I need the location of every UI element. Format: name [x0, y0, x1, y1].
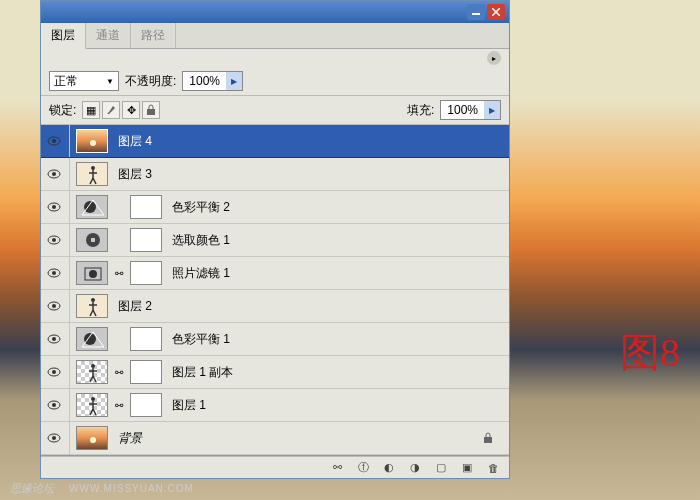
svg-point-29 — [52, 337, 56, 341]
minimize-icon — [472, 8, 480, 16]
new-layer-button[interactable]: ▣ — [457, 460, 477, 476]
svg-point-27 — [91, 298, 95, 302]
eye-icon — [47, 136, 61, 146]
visibility-toggle[interactable] — [43, 301, 65, 311]
layer-mask-thumbnail[interactable] — [130, 261, 162, 285]
link-mask-icon[interactable] — [112, 332, 126, 346]
layer-thumbnail[interactable] — [76, 327, 108, 351]
lock-all-button[interactable] — [142, 101, 160, 119]
layer-name[interactable]: 色彩平衡 2 — [166, 199, 507, 216]
layer-name[interactable]: 色彩平衡 1 — [166, 331, 507, 348]
layer-mask-thumbnail[interactable] — [130, 228, 162, 252]
eye-icon — [47, 301, 61, 311]
opacity-flyout-icon[interactable]: ▶ — [226, 72, 242, 90]
lock-pixels-button[interactable] — [102, 101, 120, 119]
layer-name[interactable]: 图层 1 副本 — [166, 364, 507, 381]
svg-point-9 — [91, 166, 95, 170]
layer-name[interactable]: 照片滤镜 1 — [166, 265, 507, 282]
lock-transparency-button[interactable]: ▦ — [82, 101, 100, 119]
eye-icon — [47, 367, 61, 377]
svg-point-20 — [52, 271, 56, 275]
visibility-toggle[interactable] — [43, 334, 65, 344]
fill-label: 填充: — [407, 102, 434, 119]
new-group-button[interactable]: ▢ — [431, 460, 451, 476]
adjustment-layer-button[interactable]: ◑ — [405, 460, 425, 476]
layer-thumbnail[interactable] — [76, 294, 108, 318]
lock-label: 锁定: — [49, 102, 76, 119]
tab-paths[interactable]: 路径 — [131, 23, 176, 48]
visibility-toggle[interactable] — [43, 136, 65, 146]
visibility-toggle[interactable] — [43, 169, 65, 179]
layer-row[interactable]: 色彩平衡 1 — [41, 323, 509, 356]
visibility-toggle[interactable] — [43, 367, 65, 377]
eye-icon — [47, 433, 61, 443]
layer-thumbnail[interactable] — [76, 195, 108, 219]
layer-row[interactable]: ⚯图层 1 — [41, 389, 509, 422]
layer-mask-thumbnail[interactable] — [130, 195, 162, 219]
opacity-label: 不透明度: — [125, 73, 176, 90]
delete-layer-button[interactable]: 🗑 — [483, 460, 503, 476]
lock-icon — [483, 432, 497, 444]
link-mask-icon[interactable] — [112, 233, 126, 247]
fill-flyout-icon[interactable]: ▶ — [484, 101, 500, 119]
visibility-toggle[interactable] — [43, 268, 65, 278]
layer-row[interactable]: 背景 — [41, 422, 509, 455]
svg-point-13 — [84, 201, 96, 213]
layer-row[interactable]: ⚯照片滤镜 1 — [41, 257, 509, 290]
link-mask-icon[interactable]: ⚯ — [112, 398, 126, 412]
tab-layers[interactable]: 图层 — [41, 23, 86, 49]
layer-name[interactable]: 背景 — [112, 430, 479, 447]
layer-thumbnail[interactable] — [76, 162, 108, 186]
layer-mask-thumbnail[interactable] — [130, 393, 162, 417]
layer-list: 图层 4图层 3色彩平衡 2选取颜色 1⚯照片滤镜 1图层 2色彩平衡 1⚯图层… — [41, 125, 509, 456]
watermark: 思缘论坛 WWW.MISSYUAN.COM — [10, 481, 194, 496]
layer-name[interactable]: 图层 1 — [166, 397, 507, 414]
layer-mask-thumbnail[interactable] — [130, 360, 162, 384]
visibility-toggle[interactable] — [43, 202, 65, 212]
lock-position-button[interactable]: ✥ — [122, 101, 140, 119]
layer-row[interactable]: 图层 2 — [41, 290, 509, 323]
layer-row[interactable]: 图层 3 — [41, 158, 509, 191]
minimize-button[interactable] — [467, 4, 485, 20]
lock-icon — [146, 104, 156, 116]
svg-point-25 — [52, 304, 56, 308]
visibility-toggle[interactable] — [43, 433, 65, 443]
layer-thumbnail[interactable] — [76, 360, 108, 384]
layer-thumbnail[interactable] — [76, 426, 108, 450]
close-button[interactable] — [487, 4, 505, 20]
opacity-input[interactable]: 100% ▶ — [182, 71, 243, 91]
layer-row[interactable]: 选取颜色 1 — [41, 224, 509, 257]
svg-rect-0 — [472, 13, 480, 15]
panel-titlebar — [41, 1, 509, 23]
layer-name[interactable]: 图层 2 — [112, 298, 507, 315]
svg-rect-1 — [147, 109, 155, 115]
layer-name[interactable]: 图层 4 — [112, 133, 507, 150]
layer-row[interactable]: 图层 4 — [41, 125, 509, 158]
link-mask-icon[interactable]: ⚯ — [112, 365, 126, 379]
panel-menu-button[interactable]: ▸ — [487, 51, 501, 65]
link-mask-icon[interactable] — [112, 200, 126, 214]
link-layers-button[interactable]: ⚯ — [327, 460, 347, 476]
visibility-toggle[interactable] — [43, 400, 65, 410]
blend-mode-select[interactable]: 正常 ▼ — [49, 71, 119, 91]
layer-mask-thumbnail[interactable] — [130, 327, 162, 351]
layer-thumbnail[interactable] — [76, 228, 108, 252]
svg-point-15 — [52, 238, 56, 242]
layer-style-button[interactable]: ⓕ — [353, 460, 373, 476]
visibility-toggle[interactable] — [43, 235, 65, 245]
layer-thumbnail[interactable] — [76, 129, 108, 153]
layer-row[interactable]: 色彩平衡 2 — [41, 191, 509, 224]
panel-tabs: 图层 通道 路径 — [41, 23, 509, 49]
layer-name[interactable]: 选取颜色 1 — [166, 232, 507, 249]
layer-thumbnail[interactable] — [76, 393, 108, 417]
layers-panel: 图层 通道 路径 ▸ 正常 ▼ 不透明度: 100% ▶ 锁定: ▦ ✥ — [40, 0, 510, 479]
link-mask-icon[interactable]: ⚯ — [112, 266, 126, 280]
tab-channels[interactable]: 通道 — [86, 23, 131, 48]
layer-mask-button[interactable]: ◐ — [379, 460, 399, 476]
layer-thumbnail[interactable] — [76, 261, 108, 285]
svg-point-33 — [52, 370, 56, 374]
layer-row[interactable]: ⚯图层 1 副本 — [41, 356, 509, 389]
fill-input[interactable]: 100% ▶ — [440, 100, 501, 120]
layer-name[interactable]: 图层 3 — [112, 166, 507, 183]
eye-icon — [47, 268, 61, 278]
